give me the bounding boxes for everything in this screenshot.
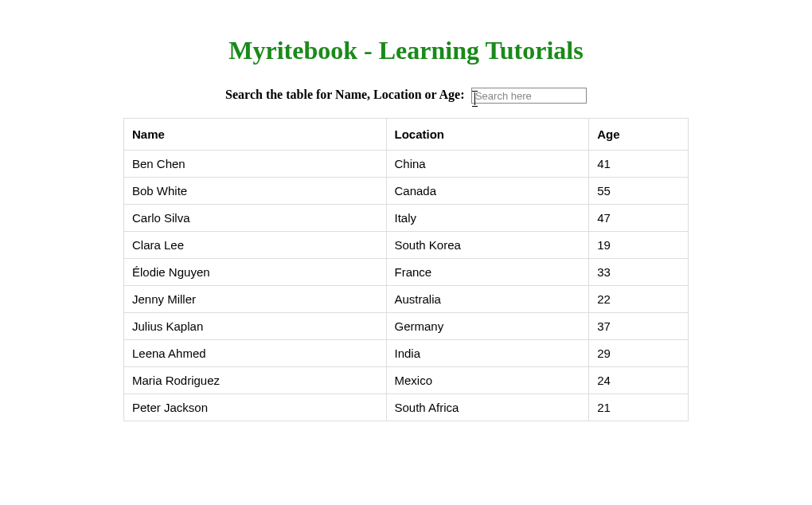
cell-location: Australia [386,286,589,313]
cell-name: Ben Chen [124,151,387,178]
table-row: Élodie NguyenFrance33 [124,259,689,286]
cell-age: 21 [589,394,689,421]
cell-name: Leena Ahmed [124,340,387,367]
cell-age: 33 [589,259,689,286]
cell-age: 24 [589,367,689,394]
cell-name: Jenny Miller [124,286,387,313]
cell-location: Germany [386,313,589,340]
cell-name: Clara Lee [124,232,387,259]
search-input[interactable] [471,88,587,104]
cell-location: India [386,340,589,367]
header-age: Age [589,119,689,151]
cell-name: Julius Kaplan [124,313,387,340]
table-row: Bob WhiteCanada55 [124,178,689,205]
table-header-row: Name Location Age [124,119,689,151]
cell-location: South Africa [386,394,589,421]
table-row: Clara LeeSouth Korea19 [124,232,689,259]
cell-age: 41 [589,151,689,178]
data-table: Name Location Age Ben ChenChina41Bob Whi… [123,118,689,421]
table-row: Peter JacksonSouth Africa21 [124,394,689,421]
search-row: Search the table for Name, Location or A… [0,88,812,104]
cell-location: Mexico [386,367,589,394]
cell-age: 29 [589,340,689,367]
cell-age: 22 [589,286,689,313]
cell-name: Maria Rodriguez [124,367,387,394]
search-label: Search the table for Name, Location or A… [225,88,464,101]
table-row: Maria RodriguezMexico24 [124,367,689,394]
table-row: Carlo SilvaItaly47 [124,205,689,232]
cell-location: Italy [386,205,589,232]
cell-name: Peter Jackson [124,394,387,421]
table-row: Leena AhmedIndia29 [124,340,689,367]
table-row: Jenny MillerAustralia22 [124,286,689,313]
header-name: Name [124,119,387,151]
page-title: Myritebook - Learning Tutorials [0,36,812,65]
cell-age: 19 [589,232,689,259]
cell-name: Élodie Nguyen [124,259,387,286]
cell-age: 47 [589,205,689,232]
header-location: Location [386,119,589,151]
table-row: Ben ChenChina41 [124,151,689,178]
cell-name: Carlo Silva [124,205,387,232]
cell-location: Canada [386,178,589,205]
cell-name: Bob White [124,178,387,205]
cell-location: France [386,259,589,286]
cell-age: 37 [589,313,689,340]
table-row: Julius KaplanGermany37 [124,313,689,340]
cell-age: 55 [589,178,689,205]
cell-location: China [386,151,589,178]
cell-location: South Korea [386,232,589,259]
